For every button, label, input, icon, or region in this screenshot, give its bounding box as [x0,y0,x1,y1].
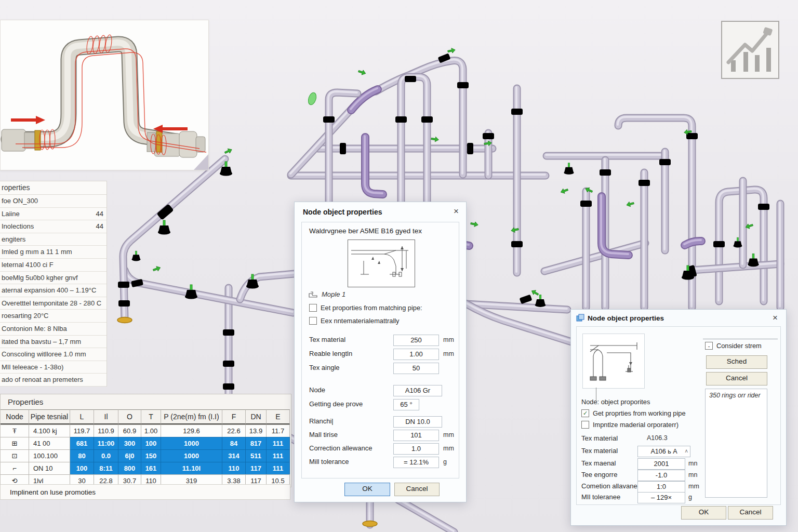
table-row-selected[interactable]: ⊡ 100.100 80 0.0 6|0 150 1000 314 511 11… [1,449,291,462]
load-arrow-left [11,116,45,124]
property-row[interactable]: Contonion Me: 8 Nlba [0,323,107,336]
cancel-button[interactable]: Cancel [728,506,773,520]
technical-drawing-thumbnail [582,334,645,389]
table-title: Properties [1,394,291,409]
tex-maenal-input[interactable]: 2001 [637,458,685,470]
tex-material-input[interactable]: 250 [393,335,439,346]
properties-panel-title: roperties [0,181,107,195]
properties-table: Properties Node Pipe tesnial L Il O T P … [0,394,291,487]
checkbox-icon[interactable] [309,304,317,312]
property-row[interactable]: boeMlg 5u0b0 kgher gnvf [0,272,107,285]
property-row[interactable]: MIl teleeace - 1-38o) [0,361,107,374]
dialog-title: Node object properties [303,208,382,216]
table-row[interactable]: Ŧ 4.100 kj 119.7 110.9 60.9 1.00 129.6 2… [1,424,291,437]
property-row[interactable]: roesarting 20°C [0,310,107,323]
sched-button[interactable]: Sched [706,355,767,369]
property-row[interactable]: Imled g mım a 11 1 mm [0,246,107,259]
consider-stream-checkbox[interactable]: Consider strem [705,342,762,350]
property-row[interactable]: itated tha bavstu – 1,7 mm [0,336,107,349]
ok-button[interactable]: OK [681,506,726,520]
node-type-icon: ⌐ [1,462,29,474]
field-reable-length: Reable lengtln 1.00 mm [309,349,453,360]
field-tex-material-dropdown: Tex material A106 ь A ˄ [581,446,696,457]
field-correction-allowance: Correction allewance 1.0 mm [309,443,453,455]
correction-allowance-input[interactable]: 1.0 [393,443,439,455]
field-getting-prove: Getting dee prove 65 ° [309,399,453,410]
checkbox-icon[interactable] [705,342,713,350]
node-type-icon: ⊡ [1,449,29,462]
node-type-icon: Ŧ [1,424,29,437]
table-row-selected[interactable]: ⊞ 41 00 681 11:00 300 100 1000 84 817 11… [1,437,291,449]
property-row[interactable]: aternal expansion 400 – 1.19°C [0,284,107,297]
table-footer-note: Implinent on luse promoties [0,484,290,500]
group-rule [703,339,778,339]
cometion-allowance-input[interactable]: 1:0 [637,481,685,493]
dialog-title: Node object properties [588,314,664,322]
technical-drawing [348,240,415,287]
close-icon[interactable]: × [454,207,459,216]
field-mall-tirise: Mall tirise 101 mm [309,430,453,441]
field-cometion-allowance: Cometion allavanec 1:0 mm [581,481,716,493]
tex-material-select[interactable]: A106 ь A ˄ [637,446,690,457]
table-header: Node Pipe tesnial L Il O T P (2ne(m) fm … [1,409,291,424]
property-row[interactable]: Laiine44 [0,208,107,221]
node-type-caption: Mople 1 [308,290,345,298]
field-mill-tolerance: MIl toleranee – 129× g [581,492,716,503]
field-tex-angle: Tex aingle 50 [309,363,453,374]
tex-angle-input[interactable]: 50 [393,363,439,374]
trend-chart-icon[interactable] [721,21,779,79]
get-properties-checkbox[interactable]: Get proprties from working pipe [581,409,686,417]
pipe-fittings [2,129,205,157]
property-row[interactable]: leternal 4100 ci F [0,259,107,272]
property-row[interactable]: Inolections44 [0,220,107,233]
tee-engorre-input[interactable]: -1.0 [637,470,685,481]
checkbox-checked-icon[interactable] [581,409,589,417]
app-canvas: roperties foe ON_300 Laiine44 Inolection… [0,0,798,532]
property-row[interactable]: Overetttel temponitate 28 - 280 C [0,297,107,310]
node-object-properties-dialog: Node object properties × Waldrvgnee ber … [294,202,467,502]
property-row[interactable]: Conscoling witlloree 1.0 mm [0,348,107,361]
checkbox-icon[interactable] [581,421,589,429]
checkbox-matching-pipe[interactable]: Eet proporties from matching pipe: [309,304,422,312]
field-tex-maenal: Tex maenal 2001 mn [581,458,716,470]
chart-trend-line [728,27,773,62]
page-fold [194,154,208,170]
node-object-properties-dialog-2: Node object properties × [570,309,787,526]
mill-tolerance-input[interactable]: = 12.1% [393,457,439,468]
chevron-up-icon[interactable]: ˄ [685,446,688,457]
node-properties-label: Node: object proporites [581,398,650,406]
mall-tirise-input[interactable]: 101 [393,430,439,441]
checkbox-material[interactable]: Eex nntematerialemattrally [309,317,400,325]
property-row[interactable]: foe ON_300 [0,195,107,208]
node-input[interactable]: A106 Gr [393,385,442,396]
field-tex-material-static: Tex material A106.3 [581,433,696,445]
ok-button[interactable]: OK [344,483,390,496]
weld-standard-label: Waldrvgnee ber A5ME B16 gyed tex [309,227,422,235]
field-tee-engorre: Tee engorre -1.0 mn [581,470,716,481]
getting-prove-input[interactable]: 65 ° [393,399,419,410]
properties-panel: roperties foe ON_300 Laiine44 Inolection… [0,181,107,387]
dialog-icon [576,313,585,323]
checkbox-icon[interactable] [309,317,317,325]
node-type-icon: ⊞ [1,437,29,449]
cancel-button[interactable]: Cancel [394,483,440,496]
listbox-entry[interactable]: 350 rings orr rider [706,389,767,402]
field-tex-material: Tex material 250 mm [309,335,453,346]
property-row[interactable]: ado of renoat an premeters [0,374,107,387]
mill-tolerance-input[interactable]: – 129× [637,492,685,503]
node-sketch-icon [308,291,318,298]
pipe-expansion-loop-preview [0,20,209,170]
close-icon[interactable]: × [773,314,778,322]
import-material-checkbox[interactable]: Impntlze maderial orporaterr) [581,421,679,429]
field-node: Node A106 Gr [309,385,453,396]
reable-length-input[interactable]: 1.00 [393,349,439,360]
table-row-selected[interactable]: ⌐ ON 10 100 8:11 800 161 11.10l 110 117 … [1,462,291,474]
rlanchi-input[interactable]: DN 10.0 [393,416,442,428]
tex-material-value: A106.3 [647,434,668,442]
property-row[interactable]: engiters [0,233,107,246]
cancel-button-top[interactable]: Cancel [706,372,767,385]
field-mill-tolerance: Mill tolerance = 12.1% g [309,457,453,468]
field-rlanchi: Rlanchi| DN 10.0 [309,416,453,428]
